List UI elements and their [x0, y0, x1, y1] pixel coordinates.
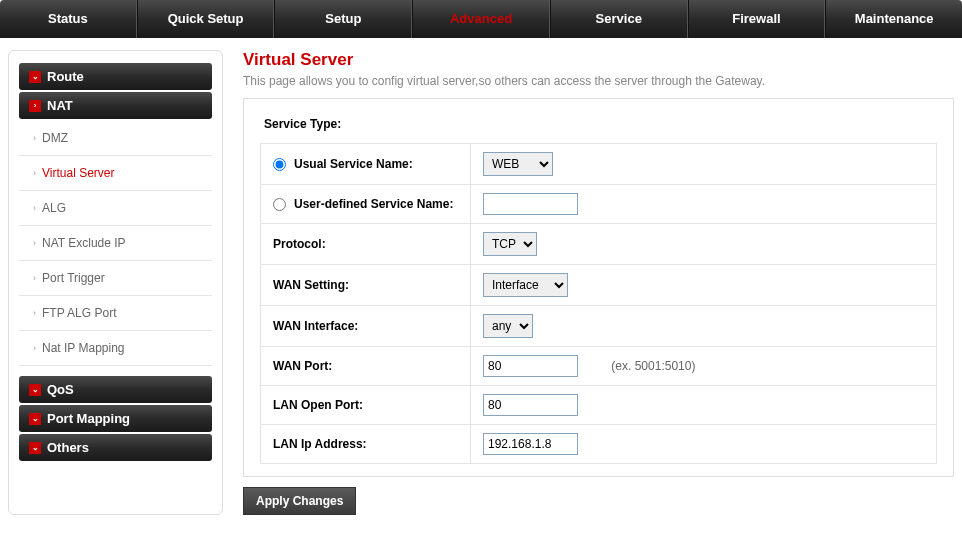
wan-interface-label: WAN Interface:: [261, 306, 471, 347]
page-description: This page allows you to config virtual s…: [243, 74, 954, 88]
sidebar-item-nat-ip-mapping[interactable]: ›Nat IP Mapping: [19, 331, 212, 366]
sidebar-item-label: FTP ALG Port: [42, 306, 116, 320]
bullet-icon: ›: [33, 343, 36, 353]
wan-interface-select[interactable]: any: [483, 314, 533, 338]
nav-advanced[interactable]: Advanced: [412, 0, 550, 38]
user-defined-label: User-defined Service Name:: [294, 197, 453, 211]
apply-changes-button[interactable]: Apply Changes: [243, 487, 356, 515]
main-content: Virtual Server This page allows you to c…: [243, 50, 954, 515]
bullet-icon: ›: [33, 273, 36, 283]
bullet-icon: ›: [33, 168, 36, 178]
protocol-label: Protocol:: [261, 224, 471, 265]
lan-open-port-label: LAN Open Port:: [261, 386, 471, 425]
sidebar-item-label: ALG: [42, 201, 66, 215]
sidebar-item-nat-exclude-ip[interactable]: ›NAT Exclude IP: [19, 226, 212, 261]
user-defined-input[interactable]: [483, 193, 578, 215]
user-defined-radio-row[interactable]: User-defined Service Name:: [273, 197, 458, 211]
nav-quick-setup[interactable]: Quick Setup: [137, 0, 275, 38]
sidebar-category-label: Route: [47, 69, 84, 84]
section-label: Service Type:: [260, 111, 937, 143]
usual-service-radio-row[interactable]: Usual Service Name:: [273, 157, 458, 171]
sidebar-category-route[interactable]: ⌄ Route: [19, 63, 212, 90]
sidebar-item-alg[interactable]: ›ALG: [19, 191, 212, 226]
usual-service-select[interactable]: WEB: [483, 152, 553, 176]
sidebar-item-dmz[interactable]: ›DMZ: [19, 121, 212, 156]
sidebar-item-label: Virtual Server: [42, 166, 114, 180]
chevron-right-icon: ›: [29, 100, 41, 112]
sidebar-category-label: NAT: [47, 98, 73, 113]
usual-service-label: Usual Service Name:: [294, 157, 413, 171]
lan-ip-label: LAN Ip Address:: [261, 425, 471, 464]
chevron-down-icon: ⌄: [29, 413, 41, 425]
top-nav: Status Quick Setup Setup Advanced Servic…: [0, 0, 962, 38]
form-table: Usual Service Name: WEB User-defined Ser…: [260, 143, 937, 464]
sidebar-submenu-nat: ›DMZ ›Virtual Server ›ALG ›NAT Exclude I…: [19, 121, 212, 366]
usual-service-radio[interactable]: [273, 158, 286, 171]
wan-port-hint: (ex. 5001:5010): [611, 359, 695, 373]
bullet-icon: ›: [33, 308, 36, 318]
sidebar-item-port-trigger[interactable]: ›Port Trigger: [19, 261, 212, 296]
wan-port-label: WAN Port:: [261, 347, 471, 386]
sidebar-item-label: Port Trigger: [42, 271, 105, 285]
wan-setting-label: WAN Setting:: [261, 265, 471, 306]
sidebar-category-others[interactable]: ⌄ Others: [19, 434, 212, 461]
sidebar-category-label: Port Mapping: [47, 411, 130, 426]
sidebar-category-nat[interactable]: › NAT: [19, 92, 212, 119]
sidebar-category-label: QoS: [47, 382, 74, 397]
sidebar-item-label: NAT Exclude IP: [42, 236, 126, 250]
chevron-down-icon: ⌄: [29, 384, 41, 396]
chevron-down-icon: ⌄: [29, 71, 41, 83]
bullet-icon: ›: [33, 203, 36, 213]
sidebar-item-label: Nat IP Mapping: [42, 341, 125, 355]
nav-service[interactable]: Service: [550, 0, 688, 38]
chevron-down-icon: ⌄: [29, 442, 41, 454]
nav-maintenance[interactable]: Maintenance: [825, 0, 962, 38]
sidebar-category-qos[interactable]: ⌄ QoS: [19, 376, 212, 403]
page-title: Virtual Server: [243, 50, 954, 70]
wan-port-input[interactable]: [483, 355, 578, 377]
lan-ip-input[interactable]: [483, 433, 578, 455]
sidebar-item-virtual-server[interactable]: ›Virtual Server: [19, 156, 212, 191]
nav-status[interactable]: Status: [0, 0, 137, 38]
sidebar-item-ftp-alg-port[interactable]: ›FTP ALG Port: [19, 296, 212, 331]
sidebar-category-label: Others: [47, 440, 89, 455]
sidebar-item-label: DMZ: [42, 131, 68, 145]
bullet-icon: ›: [33, 238, 36, 248]
nav-setup[interactable]: Setup: [274, 0, 412, 38]
wan-setting-select[interactable]: Interface: [483, 273, 568, 297]
user-defined-radio[interactable]: [273, 198, 286, 211]
protocol-select[interactable]: TCP: [483, 232, 537, 256]
form-box: Service Type: Usual Service Name: WEB: [243, 98, 954, 477]
nav-firewall[interactable]: Firewall: [688, 0, 826, 38]
lan-open-port-input[interactable]: [483, 394, 578, 416]
bullet-icon: ›: [33, 133, 36, 143]
sidebar: ⌄ Route › NAT ›DMZ ›Virtual Server ›ALG …: [8, 50, 223, 515]
sidebar-category-port-mapping[interactable]: ⌄ Port Mapping: [19, 405, 212, 432]
